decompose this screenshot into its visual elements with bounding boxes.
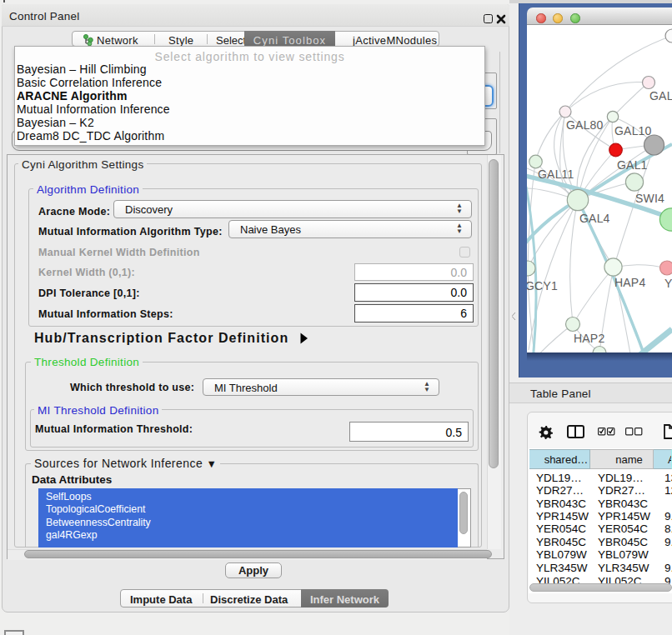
svg-text:GAL11: GAL11 (538, 168, 574, 181)
svg-text:SWI4: SWI4 (635, 192, 664, 205)
svg-text:HAP4: HAP4 (614, 276, 645, 289)
svg-text:GCY1: GCY1 (527, 279, 558, 292)
svg-text:GAL2: GAL2 (649, 89, 672, 102)
svg-text:GAL80: GAL80 (566, 118, 604, 132)
svg-text:HAP2: HAP2 (574, 332, 604, 345)
svg-text:GAL1: GAL1 (617, 158, 648, 172)
svg-text:YM: YM (664, 277, 672, 290)
svg-text:GAL10: GAL10 (614, 124, 652, 138)
svg-text:GAL4: GAL4 (579, 212, 610, 225)
